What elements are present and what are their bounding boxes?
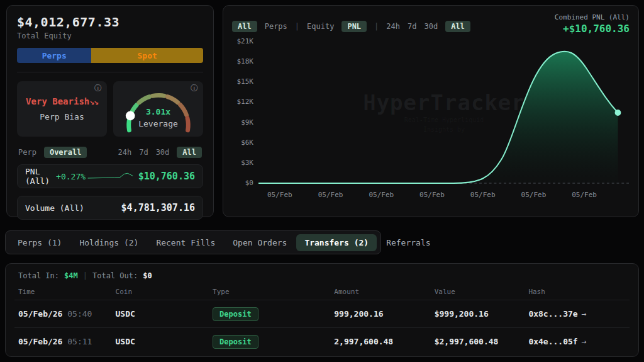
perp-bias-card: ⓘ Very Bearish↘↘ Perp Bias	[17, 81, 107, 137]
volume-stat-row: Volume (All) $4,781,307.16	[17, 196, 203, 220]
tab-transfers[interactable]: Transfers (2)	[296, 234, 377, 251]
transfers-table-header: Time Coin Type Amount Value Hash	[14, 285, 630, 300]
timeframe-30d[interactable]: 30d	[156, 148, 170, 157]
transfer-totals: Total In: $4M | Total Out: $0	[14, 269, 630, 285]
x-tick: 05/Feb	[572, 191, 597, 199]
x-tick: 05/Feb	[521, 191, 547, 199]
pnl-percent: +0.27%	[56, 172, 86, 181]
leverage-label: Leverage	[118, 118, 199, 130]
external-link-arrow-icon: →	[582, 337, 587, 346]
perps-spot-toggle: Perps Spot	[17, 48, 203, 63]
transfer-amount: 2,997,600.48	[334, 337, 434, 346]
tab-recent-fills[interactable]: Recent Fills	[148, 234, 223, 251]
tab-referrals[interactable]: Referrals	[378, 234, 438, 251]
separator: |	[374, 22, 379, 31]
leverage-gauge: 3.01x Leverage	[118, 85, 199, 135]
equity-panel: $4,012,677.33 Total Equity Perps Spot ⓘ …	[6, 5, 214, 217]
chart-mode-pnl[interactable]: PNL	[341, 21, 367, 32]
transfer-coin: USDC	[116, 337, 213, 346]
chart-timeframe-all[interactable]: All	[445, 21, 470, 32]
total-out-value: $0	[143, 271, 152, 280]
table-row: 05/Feb/26 05:40 USDC Deposit 999,200.16 …	[14, 300, 630, 327]
col-hash: Hash	[528, 288, 626, 296]
transfer-time: 05/Feb/26 05:11	[18, 337, 116, 346]
transfer-hash-link[interactable]: 0x4e...05f→	[528, 337, 626, 346]
y-tick: $3K	[241, 159, 253, 167]
pnl-area-fill	[258, 52, 618, 183]
col-type: Type	[213, 288, 334, 296]
transfer-value: $2,997,600.48	[435, 337, 529, 346]
tab-open-orders[interactable]: Open Orders	[225, 234, 295, 251]
combined-pnl-value: +$10,760.36	[555, 23, 630, 35]
pnl-area-chart	[258, 36, 630, 188]
pnl-stat-row: PNL (All) +0.27% $10,760.36	[17, 164, 203, 188]
col-time: Time	[18, 288, 116, 296]
tab-perps[interactable]: Perps (1)	[9, 234, 70, 251]
chart-plot-area[interactable]: HyperTracker Real-Time Hyperliquid Insig…	[258, 36, 630, 188]
info-icon[interactable]: ⓘ	[94, 84, 102, 92]
transfer-coin: USDC	[116, 309, 213, 319]
combined-pnl-label: Combined PNL (All)	[555, 13, 630, 21]
y-tick: $18K	[237, 57, 254, 65]
leverage-card: ⓘ 3.01x Leverage	[113, 81, 203, 137]
y-tick: $9K	[241, 118, 253, 127]
transfer-amount: 999,200.16	[334, 309, 434, 319]
scope-perp-option[interactable]: Perp	[18, 148, 36, 157]
pnl-sparkline-icon	[86, 169, 138, 183]
scope-overall-option[interactable]: Overall	[44, 147, 87, 158]
y-tick: $21K	[237, 37, 254, 45]
tab-holdings[interactable]: Holdings (2)	[71, 234, 147, 251]
x-tick: 05/Feb	[318, 191, 343, 199]
timeframe-all[interactable]: All	[177, 147, 202, 158]
chart-scope-perps[interactable]: Perps	[265, 22, 287, 31]
chart-timeframe-7d[interactable]: 7d	[408, 22, 416, 31]
external-link-arrow-icon: →	[582, 309, 587, 319]
col-value: Value	[435, 288, 529, 296]
volume-label: Volume (All)	[25, 203, 84, 213]
x-tick: 05/Feb	[470, 191, 496, 199]
chart-timeframe-24h[interactable]: 24h	[386, 22, 400, 31]
col-amount: Amount	[334, 288, 434, 296]
total-in-label: Total In:	[18, 271, 59, 280]
divider	[17, 72, 203, 72]
deposit-badge: Deposit	[213, 307, 258, 321]
chart-mode-equity[interactable]: Equity	[307, 22, 334, 31]
transfer-time: 05/Feb/26 05:40	[18, 309, 116, 319]
pnl-chart-panel: All Perps | Equity PNL | 24h 7d 30d All …	[223, 5, 639, 217]
x-tick: 05/Feb	[369, 191, 394, 199]
leverage-value: 3.01x	[118, 106, 199, 118]
pnl-label: PNL (All)	[25, 167, 52, 186]
scope-timeframe-row: Perp Overall 24h 7d 30d All	[17, 147, 203, 158]
transfer-hash-link[interactable]: 0x8c...37e→	[528, 309, 626, 319]
total-in-value: $4M	[64, 271, 78, 280]
chart-y-axis: $21K $18K $15K $12K $9K $6K $3K $0	[232, 36, 258, 188]
total-equity-label: Total Equity	[17, 31, 203, 40]
perps-button[interactable]: Perps	[17, 48, 91, 63]
y-tick: $12K	[237, 98, 254, 106]
chart-x-axis: 05/Feb 05/Feb 05/Feb 05/Feb 05/Feb 05/Fe…	[232, 188, 630, 199]
chart-timeframe-30d[interactable]: 30d	[424, 22, 438, 31]
separator: |	[83, 271, 87, 280]
trend-down-arrows-icon: ↘↘	[89, 97, 98, 106]
perp-bias-label: Perp Bias	[40, 112, 84, 122]
timeframe-24h[interactable]: 24h	[118, 148, 131, 157]
total-out-label: Total Out:	[92, 271, 138, 280]
transfer-value: $999,200.16	[435, 309, 529, 319]
pnl-value: $10,760.36	[138, 171, 195, 182]
y-tick: $15K	[237, 77, 254, 86]
spot-button[interactable]: Spot	[91, 48, 203, 63]
y-tick: $6K	[241, 139, 253, 147]
perp-bias-value: Very Bearish↘↘	[26, 96, 98, 106]
transfers-panel: Total In: $4M | Total Out: $0 Time Coin …	[5, 263, 639, 357]
deposit-badge: Deposit	[213, 335, 258, 349]
x-tick: 05/Feb	[419, 191, 445, 199]
last-point-dot	[615, 110, 621, 116]
volume-value: $4,781,307.16	[121, 202, 195, 213]
section-tabbar: Perps (1) Holdings (2) Recent Fills Open…	[5, 230, 381, 254]
chart-scope-all[interactable]: All	[232, 21, 257, 32]
col-coin: Coin	[116, 288, 213, 296]
y-tick: $0	[245, 179, 253, 187]
timeframe-7d[interactable]: 7d	[139, 148, 148, 157]
separator: |	[295, 22, 299, 31]
total-equity-value: $4,012,677.33	[17, 14, 203, 30]
